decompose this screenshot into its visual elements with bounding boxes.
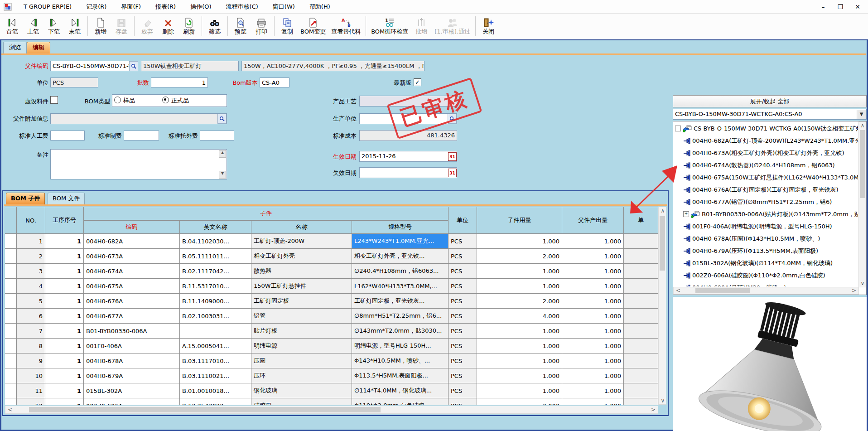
row-selector[interactable]	[5, 339, 17, 354]
table-cell[interactable]: B.03.1117010...	[180, 354, 251, 368]
toolbar-button-4[interactable]: 新增	[90, 14, 111, 39]
table-cell[interactable]: 1.000	[562, 368, 624, 383]
table-cell[interactable]	[624, 324, 658, 339]
table-cell[interactable]: B01-BYB00330-006A	[84, 324, 180, 339]
table-cell[interactable]: 9	[17, 354, 45, 368]
row-selector[interactable]	[5, 309, 17, 324]
table-cell[interactable]: B.11.5317010...	[180, 279, 251, 294]
toolbar-button-1[interactable]: 上笔	[23, 14, 43, 39]
expire-calendar-icon[interactable]: 31	[448, 169, 457, 177]
table-cell[interactable]: 1.000	[477, 383, 562, 398]
row-selector[interactable]	[5, 368, 17, 383]
table-cell[interactable]: 7	[17, 324, 45, 339]
table-cell[interactable]: 相变工矿灯外壳，亚光铁...	[352, 249, 448, 264]
table-cell[interactable]: PCS	[448, 354, 477, 368]
table-cell[interactable]: 2.000	[477, 249, 562, 264]
table-cell[interactable]: PCS	[448, 324, 477, 339]
table-cell[interactable]	[624, 368, 658, 383]
table-cell[interactable]: B.01.0010018...	[180, 383, 251, 398]
table-cell[interactable]: 004H0-675A	[84, 279, 180, 294]
tree-item-3[interactable]: 004H0-674A(散热器)(∅240.4*H108mm，铝6063)	[674, 159, 858, 171]
table-cell[interactable]: 004H0-678A	[84, 354, 180, 368]
labor-cost-input[interactable]	[50, 131, 85, 140]
mfg-cost-input[interactable]	[124, 131, 159, 140]
table-cell[interactable]: 1.000	[477, 339, 562, 354]
table-cell[interactable]: 1.000	[562, 324, 624, 339]
row-selector[interactable]	[5, 264, 17, 279]
table-cell[interactable]	[624, 279, 658, 294]
table-cell[interactable]: A.15.0005041...	[180, 339, 251, 354]
parent-code-lookup-button[interactable]	[129, 61, 138, 71]
table-cell[interactable]	[624, 339, 658, 354]
row-selector[interactable]	[5, 249, 17, 264]
tree-item-13[interactable]: 004H0-680A(吊环)(M20、镀铬。)	[674, 281, 858, 286]
parent-extra-field[interactable]	[50, 113, 227, 124]
table-cell[interactable]: ∅143mm*T2.0mm，贴3030...	[352, 324, 448, 339]
tab-bom-children[interactable]: BOM 子件	[6, 193, 45, 204]
tree-item-10[interactable]: 004H0-679A(压环)(Φ113.5*H5MM,表面阳极)	[674, 245, 858, 257]
table-cell[interactable]: 1	[17, 234, 45, 249]
table-cell[interactable]: B.11.1409000...	[180, 294, 251, 309]
hscroll-thumb[interactable]	[695, 288, 750, 293]
tree-item-12[interactable]: 002Z0-606A(硅胶圈)(Φ110*Φ2.0mm,白色硅胶)	[674, 269, 858, 281]
table-cell[interactable]: 4.000	[477, 309, 562, 324]
tree-item-5[interactable]: 004H0-676A(工矿灯固定板)(工矿灯固定板，亚光铁灰)	[674, 184, 858, 196]
tree-item-8[interactable]: 001F0-406A(明纬电源)(明纬电源，型号HLG-150H)	[674, 220, 858, 232]
table-cell[interactable]	[180, 324, 251, 339]
bom-version-dropdown[interactable]: CS-BYB-O-150MW-30D71-WCTKG-A0:CS-A0 ▼	[673, 109, 867, 120]
menu-item-4[interactable]: 操作(O)	[183, 0, 218, 14]
table-cell[interactable]	[624, 398, 658, 405]
tree-expander-icon[interactable]: -	[675, 126, 681, 131]
scroll-down-icon[interactable]: ▼	[219, 171, 226, 179]
table-cell[interactable]: 2.000	[477, 294, 562, 309]
table-cell[interactable]: 1	[45, 398, 84, 405]
table-cell[interactable]: 工矿灯固定板	[251, 294, 352, 309]
scroll-down-icon[interactable]: ∨	[659, 398, 666, 403]
scroll-up-icon[interactable]: ∧	[859, 123, 866, 128]
row-selector[interactable]	[5, 294, 17, 309]
table-cell[interactable]: 1	[45, 339, 84, 354]
toolbar-button-10[interactable]: 预览	[230, 14, 251, 39]
table-cell[interactable]: 硅胶圈	[251, 398, 352, 405]
scroll-left-icon[interactable]: <	[6, 407, 14, 412]
table-cell[interactable]: B.05.1111011...	[180, 249, 251, 264]
tree-item-4[interactable]: 004H0-675A(150W工矿灯悬挂件)(L162*W40*H133*T3.…	[674, 171, 858, 184]
expire-date-input[interactable]	[359, 167, 457, 178]
batch-input[interactable]: 1	[151, 77, 208, 87]
vscroll-thumb[interactable]	[860, 130, 865, 198]
table-cell[interactable]: 1	[45, 383, 84, 398]
table-cell[interactable]: 002Z0-606A	[84, 398, 180, 405]
toolbar-button-9[interactable]: 筛选	[204, 14, 225, 39]
chevron-down-icon[interactable]: ▼	[857, 110, 866, 119]
table-cell[interactable]: 1.000	[562, 309, 624, 324]
table-cell[interactable]: 1.000	[477, 324, 562, 339]
table-cell[interactable]: 1.000	[562, 279, 624, 294]
table-cell[interactable]: 1.000	[562, 339, 624, 354]
table-cell[interactable]: 1	[45, 234, 84, 249]
remark-textarea[interactable]	[50, 149, 227, 179]
table-cell[interactable]: 压环	[251, 368, 352, 383]
expand-collapse-all-button[interactable]: 展开/收起 全部	[673, 95, 867, 107]
table-cell[interactable]: 5	[17, 294, 45, 309]
table-cell[interactable]: 铝管	[251, 309, 352, 324]
table-cell[interactable]: Φ110*Φ2.0mm,白色硅胶...	[352, 398, 448, 405]
row-selector[interactable]	[5, 279, 17, 294]
toolbar-button-13[interactable]: BOM变更	[298, 14, 328, 39]
menu-item-5[interactable]: 流程审核(C)	[219, 0, 265, 14]
table-cell[interactable]: 3	[17, 264, 45, 279]
menu-item-7[interactable]: 帮助(H)	[302, 0, 338, 14]
table-cell[interactable]: 150W工矿灯悬挂件	[251, 279, 352, 294]
table-cell[interactable]: 1.000	[477, 368, 562, 383]
table-cell[interactable]: PCS	[448, 339, 477, 354]
scroll-left-icon[interactable]: <	[675, 288, 682, 293]
toolbar-button-15[interactable]: 1BOM循环检查	[368, 14, 411, 39]
table-cell[interactable]: B.03.1110021...	[180, 368, 251, 383]
toolbar-button-2[interactable]: 下笔	[43, 14, 64, 39]
effective-date-input[interactable]: 2015-11-26	[359, 151, 457, 162]
scroll-up-icon[interactable]: ▲	[219, 150, 226, 158]
table-cell[interactable]: PCS	[448, 249, 477, 264]
latest-version-checkbox[interactable]: ✓	[414, 78, 421, 86]
toolbar-button-11[interactable]: 打印	[251, 14, 272, 39]
table-cell[interactable]: 2.000	[477, 398, 562, 405]
row-selector[interactable]	[5, 234, 17, 249]
